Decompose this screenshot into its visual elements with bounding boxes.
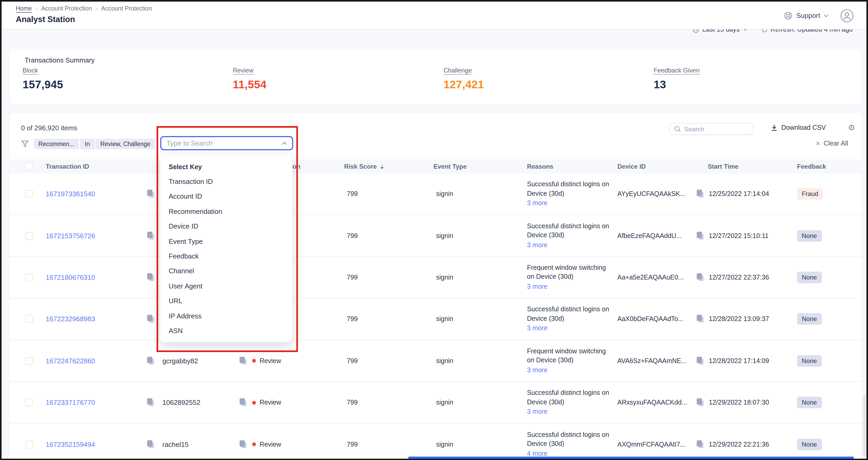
copy-icon[interactable] <box>697 273 704 282</box>
feedback-cell: None <box>797 272 822 283</box>
option-channel[interactable]: Channel <box>160 264 292 279</box>
more-reasons-link[interactable]: 3 more <box>527 282 613 292</box>
col-risk-score-label: Risk Score <box>344 163 377 170</box>
row-checkbox[interactable] <box>25 232 33 240</box>
table-header: Transaction ID Account ID Recommendation… <box>9 159 862 174</box>
vertical-scrollbar[interactable] <box>863 395 865 457</box>
option-account-id[interactable]: Account ID <box>160 189 292 204</box>
row-checkbox[interactable] <box>25 274 33 281</box>
more-reasons-link[interactable]: 3 more <box>527 366 613 375</box>
option-transaction-id[interactable]: Transaction ID <box>160 175 292 189</box>
active-filter-chip-group[interactable]: Recommen... In Review, Challenge <box>34 139 155 149</box>
copy-icon[interactable] <box>697 440 704 449</box>
transactions-table-card: 0 of 296,920 items Download CSV ⚙ <box>9 113 862 460</box>
copy-icon[interactable] <box>697 398 704 407</box>
copy-icon[interactable] <box>147 232 154 240</box>
metric-review-label[interactable]: Review <box>233 67 267 74</box>
transaction-id-link[interactable]: 1672180676310 <box>46 274 95 281</box>
transaction-id-link[interactable]: 1672153756726 <box>46 232 95 240</box>
metric-feedback-given: Feedback Given 13 <box>654 67 700 91</box>
copy-icon[interactable] <box>240 398 247 407</box>
filter-chip-values[interactable]: Review, Challenge <box>96 139 155 149</box>
metric-feedback-given-label[interactable]: Feedback Given <box>654 67 700 74</box>
sort-icon[interactable] <box>380 164 383 169</box>
reason-text: Frequent window switching on Device (30d… <box>527 263 613 282</box>
search-input[interactable] <box>684 125 742 133</box>
risk-score-cell: 799 <box>347 399 358 406</box>
row-checkbox[interactable] <box>25 315 33 323</box>
more-reasons-link[interactable]: 3 more <box>527 241 613 250</box>
support-menu[interactable]: Support <box>784 11 829 20</box>
device-id-cell: AYyEyUCFAQAAkSK... <box>617 190 685 197</box>
transaction-id-link[interactable]: 1672232968983 <box>46 315 95 323</box>
option-recommendation[interactable]: Recommendation <box>160 204 292 219</box>
option-ip-address[interactable]: IP Address <box>160 309 292 324</box>
more-reasons-link[interactable]: 3 more <box>527 199 613 208</box>
transaction-id-link[interactable]: 1672352159494 <box>46 440 95 448</box>
key-search-combobox[interactable]: Type to Search <box>160 136 293 150</box>
transaction-id-link[interactable]: 1672337176770 <box>46 399 95 406</box>
col-transaction-id: Transaction ID <box>46 159 89 174</box>
row-checkbox[interactable] <box>25 190 33 198</box>
event-type-cell: signin <box>436 440 453 448</box>
option-event-type[interactable]: Event Type <box>160 234 292 249</box>
more-reasons-link[interactable]: 3 more <box>527 324 613 333</box>
row-checkbox[interactable] <box>25 357 33 365</box>
risk-score-cell: 799 <box>347 440 358 448</box>
feedback-cell: None <box>797 313 822 325</box>
gear-icon[interactable]: ⚙ <box>848 123 855 132</box>
metric-feedback-given-value: 13 <box>654 78 700 91</box>
download-csv-button[interactable]: Download CSV <box>771 124 826 131</box>
review-status-dot <box>252 442 256 446</box>
breadcrumb-home-link[interactable]: Home <box>16 5 32 11</box>
start-time-cell: 12/27/2022 22:37:36 <box>709 274 769 281</box>
risk-score-cell: 799 <box>347 357 358 365</box>
support-lifebuoy-icon <box>784 11 793 20</box>
copy-icon[interactable] <box>697 315 704 324</box>
copy-icon[interactable] <box>147 315 154 324</box>
row-checkbox[interactable] <box>25 440 33 448</box>
event-type-cell: signin <box>436 399 453 406</box>
feedback-badge: None <box>797 438 822 450</box>
filter-chip-key[interactable]: Recommen... <box>34 139 79 149</box>
metric-block-label[interactable]: Block <box>23 67 63 74</box>
items-count: 0 of 296,920 items <box>21 124 77 132</box>
clear-all-button[interactable]: ✕ Clear All <box>815 140 848 147</box>
horizontal-scrollbar[interactable] <box>408 457 854 458</box>
filter-chip-operator[interactable]: In <box>80 139 95 149</box>
copy-icon[interactable] <box>147 440 154 449</box>
select-all-checkbox[interactable] <box>25 159 33 174</box>
copy-icon[interactable] <box>147 398 154 407</box>
option-url[interactable]: URL <box>160 294 292 309</box>
summary-title: Transactions Summary <box>25 56 95 64</box>
metric-challenge-label[interactable]: Challenge <box>443 67 484 74</box>
option-asn[interactable]: ASN <box>160 324 292 339</box>
filter-row: Recommen... In Review, Challenge <box>21 139 155 149</box>
copy-icon[interactable] <box>697 232 704 240</box>
transaction-id-link[interactable]: 1671973361540 <box>46 190 95 198</box>
user-avatar[interactable] <box>840 9 854 22</box>
more-reasons-link[interactable]: 3 more <box>527 407 613 417</box>
option-device-id[interactable]: Device ID <box>160 219 292 234</box>
option-user-agent[interactable]: User Agent <box>160 279 292 294</box>
copy-icon[interactable] <box>697 357 704 365</box>
reasons-cell: Successful distinct logins on Device (30… <box>527 305 613 333</box>
copy-icon[interactable] <box>240 357 247 365</box>
device-id-cell: AXQmmFCFAQAAtI7... <box>617 440 686 448</box>
copy-icon[interactable] <box>147 357 154 365</box>
row-checkbox[interactable] <box>25 399 33 406</box>
copy-icon[interactable] <box>697 190 704 198</box>
support-label: Support <box>796 11 820 20</box>
copy-icon[interactable] <box>147 190 154 198</box>
col-risk-score[interactable]: Risk Score <box>344 159 383 174</box>
option-feedback[interactable]: Feedback <box>160 249 292 264</box>
download-csv-label: Download CSV <box>781 124 826 131</box>
table-search[interactable] <box>670 123 753 135</box>
transaction-id-link[interactable]: 1672247622860 <box>46 357 95 365</box>
account-id-cell: gcrgabby82 <box>162 357 198 365</box>
copy-icon[interactable] <box>240 440 247 449</box>
breadcrumb-item[interactable]: Account Protection <box>41 5 92 11</box>
copy-icon[interactable] <box>147 273 154 282</box>
feedback-badge: Fraud <box>797 188 823 200</box>
reasons-cell: Successful distinct logins on Device (30… <box>527 180 613 208</box>
